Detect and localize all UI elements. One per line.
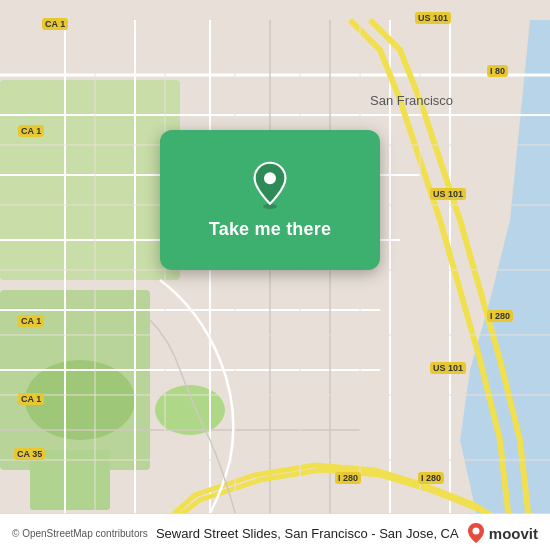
svg-point-36 [472, 528, 479, 535]
road-sign-ca1-mid: CA 1 [18, 125, 44, 137]
moovit-label: moovit [489, 525, 538, 542]
bottom-bar: © OpenStreetMap contributors Seward Stre… [0, 513, 550, 550]
road-sign-ca35: CA 35 [14, 448, 45, 460]
road-sign-us101-btm: US 101 [430, 362, 466, 374]
road-sign-ca1-btm2: CA 1 [18, 393, 44, 405]
location-text: Seward Street Slides, San Francisco - Sa… [156, 526, 459, 541]
location-pin-icon [246, 161, 294, 209]
take-me-there-label: Take me there [209, 219, 331, 240]
svg-point-35 [264, 172, 276, 184]
road-sign-ca1-top: CA 1 [42, 18, 68, 30]
svg-rect-2 [0, 80, 180, 280]
road-sign-i80: I 80 [487, 65, 508, 77]
svg-text:San Francisco: San Francisco [370, 93, 453, 108]
road-sign-i280-btm-right: I 280 [418, 472, 444, 484]
map-container: San Francisco CA 1 CA 1 CA 1 CA 1 CA 35 … [0, 0, 550, 550]
road-sign-us101-top: US 101 [415, 12, 451, 24]
road-sign-i280-btm-left: I 280 [335, 472, 361, 484]
popup-card[interactable]: Take me there [160, 130, 380, 270]
road-sign-us101-mid: US 101 [430, 188, 466, 200]
map-attribution: © OpenStreetMap contributors [12, 528, 148, 539]
map-background: San Francisco [0, 0, 550, 550]
road-sign-i280-right: I 280 [487, 310, 513, 322]
road-sign-ca1-btm1: CA 1 [18, 315, 44, 327]
moovit-logo: moovit [467, 522, 538, 544]
moovit-brand-icon [467, 522, 485, 544]
